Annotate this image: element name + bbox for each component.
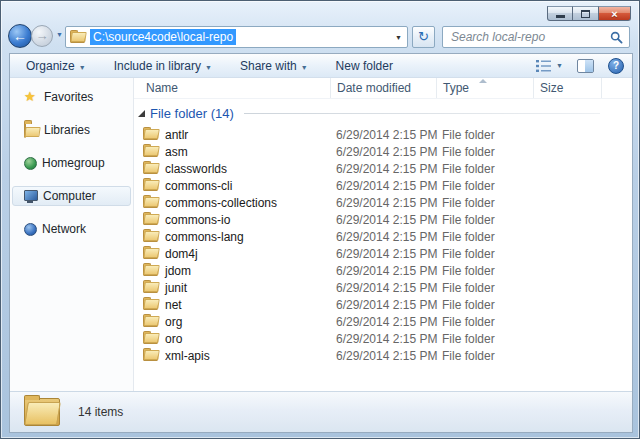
group-divider [244, 113, 600, 114]
file-date-modified: 6/29/2014 2:15 PM [332, 230, 438, 244]
file-row[interactable]: commons-lang 6/29/2014 2:15 PM File fold… [134, 228, 632, 245]
share-with-button[interactable]: Share with▼ [234, 56, 314, 76]
forward-icon: → [36, 28, 49, 43]
file-date-modified: 6/29/2014 2:15 PM [332, 298, 438, 312]
refresh-button[interactable]: ↻ [412, 26, 435, 48]
refresh-icon: ↻ [418, 29, 429, 44]
file-name: org [165, 315, 182, 329]
group-collapse-icon[interactable] [138, 110, 145, 117]
file-type: File folder [438, 145, 535, 159]
chevron-down-icon: ▼ [556, 62, 563, 69]
new-folder-label: New folder [336, 59, 393, 73]
minimize-button[interactable] [547, 6, 573, 21]
forward-button[interactable]: → [31, 25, 53, 47]
new-folder-button[interactable]: New folder [330, 56, 399, 76]
share-with-label: Share with [240, 59, 297, 73]
file-row[interactable]: commons-cli 6/29/2014 2:15 PM File folde… [134, 177, 632, 194]
folder-icon [143, 350, 158, 361]
close-icon: × [611, 8, 617, 20]
folder-icon [143, 248, 158, 259]
sidebar-item-label: Favorites [44, 90, 93, 104]
sidebar-item-libraries[interactable]: Libraries [12, 120, 131, 140]
column-headers: Name Date modified Type Size [134, 78, 632, 99]
explorer-window: × ← → ▼ C:\source4code\local-repo ▼ ↻ Or… [0, 0, 640, 439]
file-list: File folder (14) antlr 6/29/2014 2:15 PM… [134, 99, 632, 391]
file-row[interactable]: asm 6/29/2014 2:15 PM File folder [134, 143, 632, 160]
navigation-pane: ★ Favorites Libraries Homegroup Computer [10, 78, 134, 391]
file-date-modified: 6/29/2014 2:15 PM [332, 162, 438, 176]
file-row[interactable]: commons-io 6/29/2014 2:15 PM File folder [134, 211, 632, 228]
chevron-down-icon: ▼ [301, 64, 308, 71]
address-dropdown-icon[interactable]: ▼ [395, 34, 402, 41]
file-date-modified: 6/29/2014 2:15 PM [332, 349, 438, 363]
column-header-date-modified[interactable]: Date modified [331, 78, 437, 98]
group-label[interactable]: File folder (14) [150, 106, 234, 121]
file-type: File folder [438, 213, 535, 227]
folder-icon [143, 299, 158, 310]
file-name: oro [165, 332, 182, 346]
file-name: junit [165, 281, 187, 295]
maximize-button[interactable] [573, 6, 599, 21]
file-row[interactable]: jdom 6/29/2014 2:15 PM File folder [134, 262, 632, 279]
address-path-text[interactable]: C:\source4code\local-repo [90, 29, 236, 45]
search-box[interactable] [442, 26, 630, 48]
sidebar-item-computer[interactable]: Computer [12, 186, 131, 206]
help-icon: ? [613, 60, 619, 71]
file-row[interactable]: xml-apis 6/29/2014 2:15 PM File folder [134, 347, 632, 364]
file-type: File folder [438, 230, 535, 244]
explorer-body: ★ Favorites Libraries Homegroup Computer [10, 78, 632, 391]
toolbar-right-group: ▼ ? [536, 58, 632, 74]
back-button[interactable]: ← [8, 24, 32, 48]
file-date-modified: 6/29/2014 2:15 PM [332, 247, 438, 261]
folder-icon [143, 129, 158, 140]
file-row[interactable]: dom4j 6/29/2014 2:15 PM File folder [134, 245, 632, 262]
search-input[interactable] [443, 27, 629, 47]
file-name: commons-cli [165, 179, 232, 193]
sidebar-item-label: Homegroup [42, 156, 105, 170]
include-in-library-button[interactable]: Include in library▼ [108, 56, 218, 76]
file-name: commons-lang [165, 230, 244, 244]
file-date-modified: 6/29/2014 2:15 PM [332, 315, 438, 329]
file-row[interactable]: antlr 6/29/2014 2:15 PM File folder [134, 126, 632, 143]
preview-pane-button[interactable] [577, 59, 594, 73]
sidebar-item-favorites[interactable]: ★ Favorites [12, 87, 131, 107]
folder-icon [143, 265, 158, 276]
selected-folder-icon [24, 398, 60, 426]
file-name: classworlds [165, 162, 227, 176]
network-icon [24, 223, 37, 236]
folder-icon [143, 197, 158, 208]
change-view-button[interactable]: ▼ [536, 60, 563, 72]
file-type: File folder [438, 196, 535, 210]
file-type: File folder [438, 264, 535, 278]
file-date-modified: 6/29/2014 2:15 PM [332, 145, 438, 159]
file-row[interactable]: junit 6/29/2014 2:15 PM File folder [134, 279, 632, 296]
group-header[interactable]: File folder (14) [138, 104, 632, 123]
chevron-down-icon: ▼ [205, 64, 212, 71]
column-header-name[interactable]: Name [134, 78, 331, 98]
star-icon: ★ [24, 90, 39, 104]
sidebar-item-network[interactable]: Network [12, 219, 131, 239]
file-type: File folder [438, 281, 535, 295]
file-row[interactable]: classworlds 6/29/2014 2:15 PM File folde… [134, 160, 632, 177]
file-date-modified: 6/29/2014 2:15 PM [332, 128, 438, 142]
folder-icon [143, 316, 158, 327]
file-row[interactable]: commons-collections 6/29/2014 2:15 PM Fi… [134, 194, 632, 211]
sidebar-item-homegroup[interactable]: Homegroup [12, 153, 131, 173]
organize-button[interactable]: Organize▼ [20, 56, 92, 76]
help-button[interactable]: ? [608, 58, 624, 74]
file-type: File folder [438, 332, 535, 346]
chevron-down-icon: ▼ [79, 64, 86, 71]
recent-pages-dropdown[interactable]: ▼ [56, 31, 63, 38]
close-button[interactable]: × [599, 6, 631, 21]
column-header-size[interactable]: Size [534, 78, 602, 98]
file-row[interactable]: org 6/29/2014 2:15 PM File folder [134, 313, 632, 330]
minimize-icon [556, 15, 565, 18]
maximize-icon [581, 10, 590, 18]
folder-icon [143, 214, 158, 225]
file-row[interactable]: oro 6/29/2014 2:15 PM File folder [134, 330, 632, 347]
search-icon [610, 31, 623, 44]
file-row[interactable]: net 6/29/2014 2:15 PM File folder [134, 296, 632, 313]
sidebar-item-label: Libraries [44, 123, 90, 137]
address-bar[interactable]: C:\source4code\local-repo ▼ [65, 26, 408, 48]
details-pane: 14 items [10, 391, 632, 432]
